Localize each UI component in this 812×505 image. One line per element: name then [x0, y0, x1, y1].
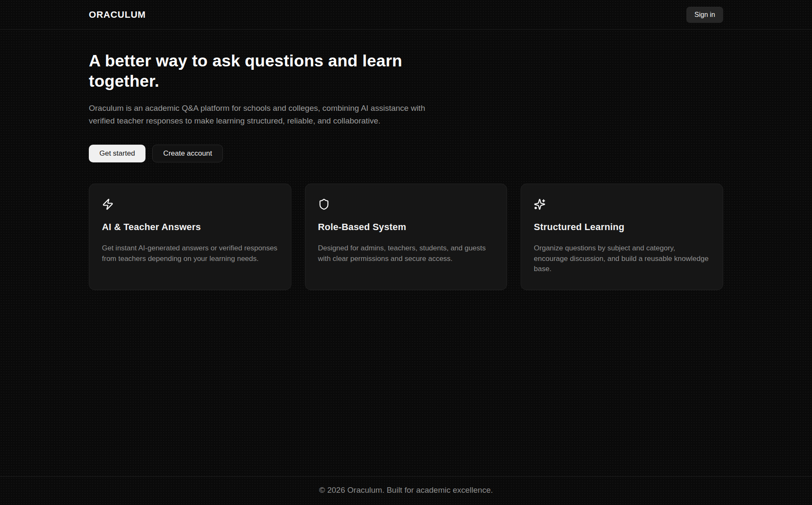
hero-subtitle: Oraculum is an academic Q&A platform for…	[89, 102, 432, 127]
sign-in-button[interactable]: Sign in	[686, 7, 723, 23]
feature-description: Get instant AI-generated answers or veri…	[102, 243, 278, 264]
feature-title: Role-Based System	[318, 222, 494, 233]
app-logo: ORACULUM	[89, 9, 146, 20]
feature-card-structured-learning: Structured Learning Organize questions b…	[521, 184, 723, 290]
sparkles-icon	[534, 198, 546, 210]
zap-icon	[102, 198, 114, 210]
feature-card-ai-teacher-answers: AI & Teacher Answers Get instant AI-gene…	[89, 184, 291, 290]
shield-icon	[318, 198, 330, 210]
main-content: A better way to ask questions and learn …	[0, 30, 812, 476]
feature-card-role-based-system: Role-Based System Designed for admins, t…	[305, 184, 508, 290]
feature-title: AI & Teacher Answers	[102, 222, 278, 233]
create-account-button[interactable]: Create account	[152, 145, 223, 162]
hero-section: A better way to ask questions and learn …	[89, 30, 723, 162]
get-started-button[interactable]: Get started	[89, 145, 145, 162]
page-footer: © 2026 Oraculum. Built for academic exce…	[0, 476, 812, 505]
feature-title: Structured Learning	[534, 222, 710, 233]
feature-description: Organize questions by subject and catego…	[534, 243, 710, 274]
page-title: A better way to ask questions and learn …	[89, 51, 469, 91]
top-navigation: ORACULUM Sign in	[0, 0, 812, 30]
hero-actions: Get started Create account	[89, 145, 723, 162]
feature-description: Designed for admins, teachers, students,…	[318, 243, 494, 264]
copyright-text: © 2026 Oraculum. Built for academic exce…	[0, 486, 812, 495]
feature-cards: AI & Teacher Answers Get instant AI-gene…	[89, 184, 723, 290]
